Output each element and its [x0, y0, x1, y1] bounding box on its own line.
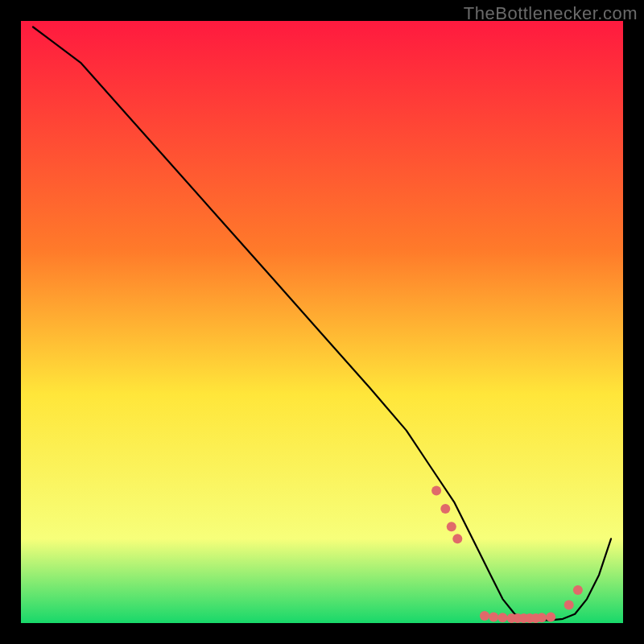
highlight-dot: [573, 585, 583, 595]
highlight-dot: [564, 601, 574, 610]
bottleneck-chart: [0, 0, 644, 644]
highlight-dot: [489, 613, 498, 622]
highlight-dot: [480, 611, 489, 621]
highlight-dot: [447, 522, 456, 531]
highlight-dot: [546, 613, 555, 622]
highlight-dot: [497, 613, 507, 622]
chart-frame: TheBottlenecker.com: [0, 0, 644, 644]
highlight-dot: [452, 534, 462, 543]
plot-background: [21, 21, 623, 623]
watermark-text: TheBottlenecker.com: [464, 3, 638, 24]
highlight-dot: [440, 504, 450, 514]
highlight-dot: [431, 485, 441, 495]
highlight-dot: [537, 613, 547, 622]
